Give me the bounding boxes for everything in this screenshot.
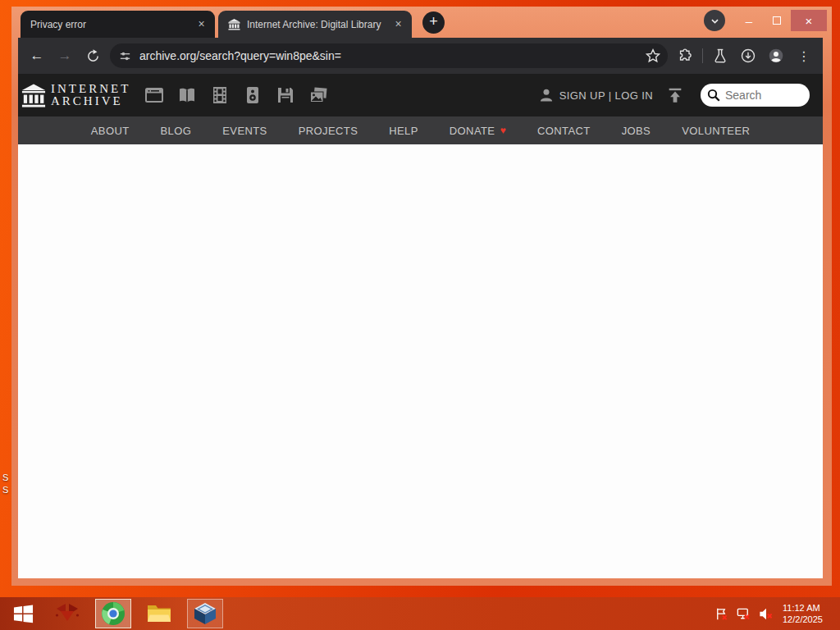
- signup-login-links[interactable]: SIGN UP | LOG IN: [559, 89, 653, 102]
- person-icon: [538, 87, 555, 103]
- system-tray: [712, 605, 774, 623]
- nav-item-contact[interactable]: CONTACT: [537, 125, 591, 137]
- profile-button[interactable]: [765, 45, 787, 66]
- red-app-icon: [54, 600, 80, 627]
- taskbar-browser-button[interactable]: [95, 599, 131, 628]
- internet-archive-logo-icon[interactable]: [21, 83, 46, 108]
- desktop-background: S S Privacy error × Internet Archive: Di…: [0, 0, 840, 630]
- clock-date: 12/2/2025: [783, 614, 830, 625]
- nav-item-volunteer[interactable]: VOLUNTEER: [682, 125, 750, 137]
- clock-time: 11:12 AM: [783, 602, 830, 614]
- taskbar-virtualbox-button[interactable]: [187, 599, 223, 628]
- tab-internet-archive[interactable]: Internet Archive: Digital Library ×: [218, 11, 412, 38]
- internet-archive-wordmark[interactable]: INTERNET ARCHIVE: [51, 83, 130, 107]
- internet-archive-header: INTERNET ARCHIVE: [18, 74, 823, 116]
- heart-icon: ♥: [500, 125, 506, 136]
- reload-button[interactable]: [82, 45, 103, 66]
- reload-icon: [86, 49, 100, 63]
- green-browser-icon: [100, 600, 126, 627]
- nav-item-projects[interactable]: PROJECTS: [299, 125, 358, 137]
- texts-icon[interactable]: [176, 84, 198, 106]
- nav-item-label: DONATE: [450, 125, 495, 137]
- minimize-button[interactable]: –: [735, 10, 763, 31]
- downloads-button[interactable]: [737, 45, 759, 66]
- tab-close-icon[interactable]: ×: [391, 17, 405, 31]
- taskbar-file-explorer-button[interactable]: [141, 599, 177, 628]
- url-text[interactable]: archive.org/search?query=win8pe&sin=: [139, 49, 637, 62]
- bookmark-star-icon[interactable]: [645, 48, 661, 64]
- page-content-blank: [18, 144, 823, 578]
- start-button[interactable]: [7, 599, 39, 628]
- nav-item-about[interactable]: ABOUT: [91, 125, 130, 137]
- web-page: INTERNET ARCHIVE: [18, 74, 823, 578]
- site-settings-tune-icon[interactable]: [118, 49, 132, 63]
- window-controls: – ×: [704, 8, 827, 33]
- tab-strip: Privacy error × Internet Archive: Digita…: [11, 7, 832, 38]
- windows-logo-icon: [13, 604, 34, 624]
- virtualbox-icon: [192, 600, 218, 627]
- tab-search-button[interactable]: [704, 10, 725, 31]
- internet-archive-navbar: ABOUT BLOG EVENTS PROJECTS HELP DONATE ♥…: [18, 116, 823, 144]
- volume-muted-icon[interactable]: [756, 605, 774, 623]
- software-icon[interactable]: [275, 84, 296, 106]
- tab-title: Privacy error: [30, 19, 194, 30]
- browser-toolbar: ← → archive.org/search?query=win8pe&sin=: [18, 38, 823, 74]
- browser-window: Privacy error × Internet Archive: Digita…: [11, 7, 832, 586]
- images-icon[interactable]: [308, 84, 329, 106]
- action-center-flag-icon[interactable]: [712, 605, 730, 623]
- media-type-icons: [144, 84, 329, 106]
- taskbar: 11:12 AM 12/2/2025: [0, 597, 840, 630]
- video-icon[interactable]: [209, 84, 231, 106]
- desktop-icon-label-fragment: S: [2, 472, 8, 482]
- taskbar-red-app-button[interactable]: [49, 599, 85, 628]
- forward-button[interactable]: →: [54, 45, 75, 66]
- search-icon: [706, 88, 721, 103]
- nav-item-donate[interactable]: DONATE ♥: [450, 125, 506, 137]
- toolbar-separator: [702, 48, 703, 63]
- close-window-button[interactable]: ×: [791, 10, 827, 31]
- tab-privacy-error[interactable]: Privacy error ×: [21, 11, 215, 38]
- nav-item-blog[interactable]: BLOG: [161, 125, 192, 137]
- taskbar-clock[interactable]: 11:12 AM 12/2/2025: [783, 602, 830, 625]
- desktop-icon-label-fragment: S: [2, 485, 8, 495]
- nav-item-events[interactable]: EVENTS: [222, 125, 267, 137]
- maximize-button[interactable]: [763, 10, 791, 31]
- file-explorer-icon: [146, 600, 172, 627]
- site-search: [701, 84, 810, 107]
- back-button[interactable]: ←: [26, 45, 48, 66]
- audio-icon[interactable]: [242, 84, 263, 106]
- nav-item-jobs[interactable]: JOBS: [622, 125, 651, 137]
- web-icon[interactable]: [144, 84, 165, 106]
- tab-title: Internet Archive: Digital Library: [247, 19, 391, 30]
- extensions-button[interactable]: [674, 45, 696, 66]
- network-disconnected-icon[interactable]: [734, 605, 752, 623]
- profile-avatar-icon: [768, 48, 784, 64]
- download-icon: [740, 48, 756, 64]
- tab-close-icon[interactable]: ×: [194, 17, 208, 31]
- restore-icon: [773, 16, 781, 25]
- new-tab-button[interactable]: +: [422, 11, 445, 34]
- internet-archive-favicon-icon: [228, 18, 240, 30]
- upload-icon[interactable]: [666, 86, 684, 104]
- browser-menu-button[interactable]: ⋮: [793, 45, 815, 66]
- labs-flask-icon: [712, 48, 728, 64]
- address-bar[interactable]: archive.org/search?query=win8pe&sin=: [110, 43, 668, 68]
- nav-item-help[interactable]: HELP: [389, 125, 418, 137]
- chevron-down-icon: [708, 14, 722, 28]
- labs-button[interactable]: [710, 45, 731, 66]
- extensions-puzzle-icon: [677, 48, 693, 64]
